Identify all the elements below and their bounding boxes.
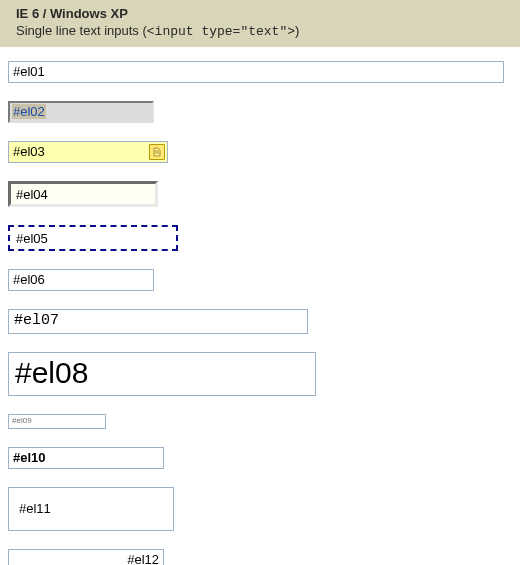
input-el02[interactable]: #el02: [8, 101, 154, 123]
page-header: IE 6 / Windows XP Single line text input…: [0, 0, 520, 47]
header-subtitle-code: <input type="text">: [147, 24, 295, 39]
input-el07[interactable]: #el07: [8, 309, 308, 334]
input-el02-selection: #el02: [12, 104, 46, 119]
input-el06[interactable]: #el06: [8, 269, 154, 291]
autofill-icon[interactable]: [149, 144, 165, 160]
demo-body: #el01 #el02 #el03 #el04 #el05 #el06 #el0…: [0, 47, 520, 565]
input-el05[interactable]: #el05: [8, 225, 178, 251]
header-title: IE 6 / Windows XP: [16, 6, 504, 21]
header-subtitle-prefix: Single line text inputs (: [16, 23, 147, 38]
input-el03-value: #el03: [13, 144, 45, 159]
header-subtitle-suffix: ): [295, 23, 299, 38]
input-el09[interactable]: #el09: [8, 414, 106, 429]
input-el04[interactable]: #el04: [8, 181, 158, 207]
input-el11-value: #el11: [19, 501, 51, 517]
input-el11[interactable]: #el11: [8, 487, 174, 531]
input-el10[interactable]: #el10: [8, 447, 164, 469]
input-el12[interactable]: #el12: [8, 549, 164, 565]
header-subtitle: Single line text inputs (<input type="te…: [16, 23, 504, 39]
input-el03[interactable]: #el03: [8, 141, 168, 163]
input-el08[interactable]: #el08: [8, 352, 316, 396]
input-el01[interactable]: #el01: [8, 61, 504, 83]
